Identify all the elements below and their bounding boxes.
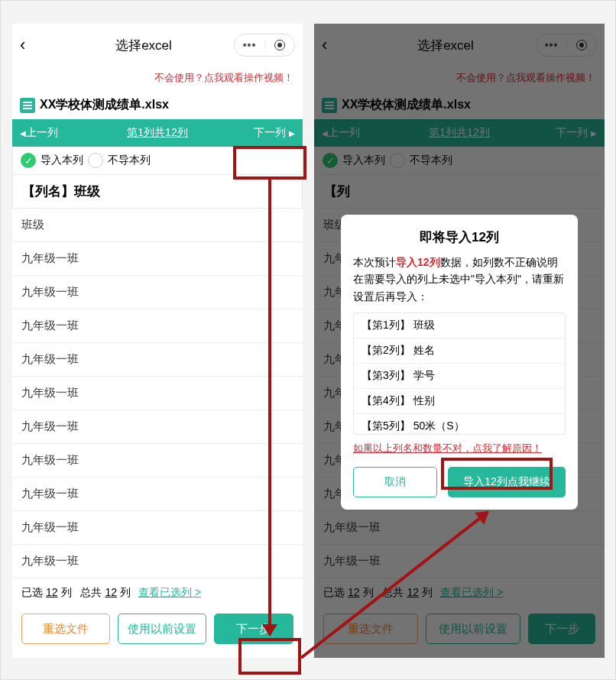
dialog-title: 即将导入12列 [353,228,566,246]
header-bar: ‹ 选择excel ••• [12,24,303,66]
close-miniprogram-icon[interactable] [264,40,294,50]
footer-buttons: 重选文件 使用以前设置 下一步 [12,607,303,655]
data-rows-container: 班级九年级一班九年级一班九年级一班九年级一班九年级一班九年级一班九年级一班九年级… [12,209,303,578]
dialog-description: 本次预计导入12列数据，如列数不正确说明在需要导入的列上未选中"导入本列"，请重… [353,254,566,305]
radio-import-no[interactable] [88,153,103,168]
data-row: 九年级一班 [12,511,303,545]
data-row: 九年级一班 [12,545,303,578]
dialog-cancel-button[interactable]: 取消 [353,467,437,497]
dialog-confirm-import-button[interactable]: 导入12列点我继续 [448,467,566,497]
view-selected-link[interactable]: 查看已选列 > [138,586,201,600]
radio-import-no-label: 不导本列 [108,154,151,167]
annotation-arrow-down [268,180,271,635]
column-name-header: 【列名】班级 [12,175,303,209]
data-row: 九年级一班 [12,309,303,343]
dialog-button-row: 取消 导入12列点我继续 [353,467,566,497]
prev-column-button[interactable]: ◀上一列 [12,126,109,140]
help-video-link[interactable]: 不会使用？点我观看操作视频！ [12,66,303,91]
next-step-button[interactable]: 下一步 [214,614,293,644]
import-confirm-dialog: 即将导入12列 本次预计导入12列数据，如列数不正确说明在需要导入的列上未选中"… [341,215,578,510]
data-row: 九年级一班 [12,478,303,511]
footer-info: 已选12列 总共12列 查看已选列 > [12,578,303,607]
file-name-text: XX学校体测成绩单.xlsx [40,97,169,113]
miniprogram-capsule[interactable]: ••• [234,34,295,57]
column-position-link[interactable]: 第1列共12列 [109,126,206,140]
reselect-file-button[interactable]: 重选文件 [21,614,110,644]
data-row: 班级 [12,209,303,242]
dialog-column-item: 【第5列】 50米（S） [354,414,565,435]
dialog-column-item: 【第3列】 学号 [354,364,565,389]
radio-import-yes[interactable]: ✓ [21,153,36,168]
data-row: 九年级一班 [12,242,303,276]
data-row: 九年级一班 [12,410,303,444]
column-pager: ◀上一列 第1列共12列 下一列 ▶ [12,119,303,147]
dialog-column-item: 【第1列】 班级 [354,313,565,338]
left-screen: ‹ 选择excel ••• 不会使用？点我观看操作视频！ XX学校体测成绩单.x… [12,24,303,658]
data-row: 九年级一班 [12,343,303,377]
excel-file-icon [20,98,35,113]
dialog-column-item: 【第2列】 姓名 [354,338,565,364]
dialog-column-item: 【第4列】 性别 [354,389,565,414]
use-previous-settings-button[interactable]: 使用以前设置 [118,614,206,644]
data-row: 九年级一班 [12,444,303,478]
dialog-warning-link[interactable]: 如果以上列名和数量不对，点我了解原因！ [353,441,566,456]
next-column-button[interactable]: 下一列 ▶ [206,126,303,140]
right-screen: ‹ 选择excel ••• 不会使用？点我观看操作视频！ XX学校体测成绩单.x… [314,24,605,658]
import-choice-row: ✓ 导入本列 不导本列 [12,147,303,175]
data-row: 九年级一班 [12,276,303,309]
back-icon[interactable]: ‹ [20,35,38,55]
more-icon[interactable]: ••• [235,39,264,51]
data-row: 九年级一班 [12,377,303,410]
radio-import-yes-label: 导入本列 [41,154,83,167]
dialog-column-list[interactable]: 【第1列】 班级【第2列】 姓名【第3列】 学号【第4列】 性别【第5列】 50… [353,312,566,435]
file-name-bar: XX学校体测成绩单.xlsx [12,91,303,119]
